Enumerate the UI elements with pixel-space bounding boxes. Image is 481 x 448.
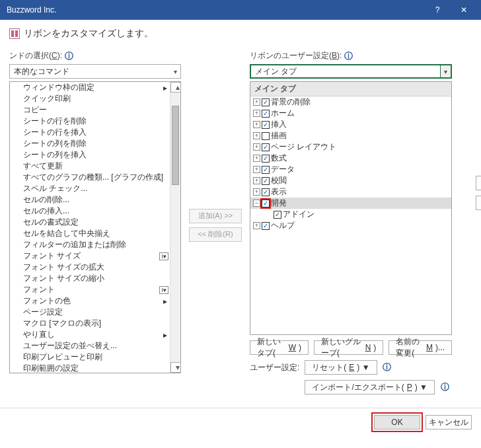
checkbox[interactable] bbox=[262, 110, 270, 118]
tree-label: 表示 bbox=[271, 186, 287, 198]
checkbox[interactable] bbox=[262, 155, 270, 163]
expand-icon[interactable]: + bbox=[253, 166, 260, 173]
ribbon-combo-text: メイン タブ bbox=[255, 66, 297, 77]
checkbox[interactable] bbox=[262, 121, 270, 129]
new-tab-button[interactable]: 新しいタブ(W) bbox=[250, 340, 309, 355]
list-item[interactable]: フォントの色▸ bbox=[10, 295, 170, 307]
tree-row[interactable]: +データ bbox=[250, 164, 451, 175]
tree-row[interactable]: −開発 bbox=[250, 198, 451, 209]
list-item[interactable]: シートの行を削除 bbox=[10, 116, 170, 127]
commands-listbox[interactable]: ウィンドウ枠の固定▸クイック印刷コピーシートの行を削除シートの行を挿入シートの列… bbox=[9, 81, 181, 373]
expand-icon[interactable]: + bbox=[253, 98, 260, 106]
checkbox[interactable] bbox=[262, 143, 270, 151]
expand-icon[interactable]: + bbox=[253, 222, 260, 229]
command-icon bbox=[11, 94, 20, 104]
ok-button[interactable]: OK bbox=[374, 415, 420, 429]
new-group-button[interactable]: 新しいグループ(N) bbox=[314, 340, 383, 355]
list-item[interactable]: スペル チェック... bbox=[10, 183, 170, 194]
expand-icon[interactable]: + bbox=[253, 155, 260, 162]
list-item[interactable]: ユーザー設定の並べ替え... bbox=[10, 340, 170, 352]
list-item[interactable]: フォント サイズI▾ bbox=[10, 250, 170, 262]
list-item[interactable]: セルの挿入... bbox=[10, 205, 170, 217]
ribbon-combo[interactable]: メイン タブ bbox=[250, 64, 452, 79]
commands-combo[interactable]: 本的なコマンド bbox=[9, 64, 181, 79]
command-icon bbox=[11, 83, 20, 93]
expand-icon[interactable]: + bbox=[253, 188, 260, 196]
submenu-arrow-icon: ▸ bbox=[163, 330, 168, 340]
command-icon bbox=[11, 207, 20, 216]
tree-label: ヘルプ bbox=[271, 220, 295, 231]
heading-text: リボンをカスタマイズします。 bbox=[24, 28, 153, 40]
tree-row[interactable]: +挿入 bbox=[250, 119, 451, 130]
checkbox[interactable] bbox=[262, 200, 270, 207]
tree-row[interactable]: +校閲 bbox=[250, 175, 451, 186]
tree-row[interactable]: +表示 bbox=[250, 186, 451, 198]
list-item[interactable]: 印刷プレビューと印刷 bbox=[10, 352, 170, 363]
tree-row[interactable]: +数式 bbox=[250, 153, 451, 164]
reset-label: ユーザー設定: bbox=[250, 362, 299, 373]
checkbox[interactable] bbox=[262, 188, 270, 196]
remove-button[interactable]: << 削除(R) bbox=[189, 227, 242, 242]
tree-row[interactable]: +描画 bbox=[250, 130, 451, 141]
expand-icon[interactable]: + bbox=[253, 177, 260, 184]
scroll-up[interactable]: ▴ bbox=[170, 82, 181, 93]
scroll-down[interactable]: ▾ bbox=[170, 362, 181, 373]
rename-button[interactable]: 名前の変更(M)... bbox=[388, 340, 452, 355]
close-button[interactable]: ✕ bbox=[451, 0, 477, 20]
info-icon[interactable] bbox=[64, 52, 73, 61]
list-item[interactable]: すべて更新 bbox=[10, 161, 170, 172]
tree-row[interactable]: アドイン bbox=[250, 209, 451, 220]
list-item[interactable]: セルの書式設定 bbox=[10, 217, 170, 228]
list-item[interactable]: クイック印刷 bbox=[10, 93, 170, 104]
tree-row[interactable]: +ページ レイアウト bbox=[250, 141, 451, 153]
info-icon[interactable] bbox=[344, 52, 353, 61]
checkbox[interactable] bbox=[274, 211, 281, 219]
list-item[interactable]: セルの削除... bbox=[10, 194, 170, 205]
ribbon-label: リボンのユーザー設定(B): bbox=[250, 50, 452, 61]
expand-icon[interactable]: + bbox=[253, 121, 260, 128]
tree-row[interactable]: +ホーム bbox=[250, 108, 451, 119]
list-item[interactable]: ページ設定 bbox=[10, 307, 170, 318]
expand-icon[interactable]: + bbox=[253, 132, 260, 139]
add-button[interactable]: 追加(A) >> bbox=[189, 209, 242, 223]
list-item[interactable]: シートの行を挿入 bbox=[10, 127, 170, 138]
checkbox[interactable] bbox=[262, 177, 270, 185]
import-export-button[interactable]: インポート/エクスポート(P) ▼ bbox=[305, 380, 435, 394]
move-up-button[interactable]: ▴ bbox=[476, 176, 481, 190]
tree-row[interactable]: +ヘルプ bbox=[250, 220, 451, 231]
list-item[interactable]: やり直し▸ bbox=[10, 329, 170, 340]
info-icon[interactable] bbox=[383, 363, 392, 372]
checkbox[interactable] bbox=[262, 222, 270, 230]
expand-icon[interactable]: + bbox=[253, 110, 260, 117]
help-button[interactable]: ? bbox=[424, 0, 451, 20]
list-item[interactable]: すべてのグラフの種類... [グラフの作成] bbox=[10, 172, 170, 183]
cancel-button[interactable]: キャンセル bbox=[426, 415, 472, 429]
expand-icon[interactable]: − bbox=[253, 200, 260, 207]
list-item[interactable]: シートの列を挿入 bbox=[10, 149, 170, 161]
list-item[interactable]: マクロ [マクロの表示] bbox=[10, 318, 170, 329]
move-down-button[interactable]: ▾ bbox=[476, 196, 481, 210]
info-icon[interactable] bbox=[440, 383, 449, 392]
scroll-thumb[interactable] bbox=[172, 106, 179, 185]
list-item[interactable]: コピー bbox=[10, 104, 170, 116]
list-item[interactable]: シートの列を削除 bbox=[10, 138, 170, 149]
list-item[interactable]: セルを結合して中央揃え bbox=[10, 228, 170, 239]
list-item[interactable]: ウィンドウ枠の固定▸ bbox=[10, 82, 170, 93]
command-icon bbox=[11, 139, 20, 149]
checkbox[interactable] bbox=[262, 132, 270, 140]
scrollbar[interactable]: ▴ ▾ bbox=[170, 82, 180, 373]
expand-icon[interactable]: + bbox=[253, 143, 260, 151]
list-item[interactable]: フィルターの追加または削除 bbox=[10, 239, 170, 250]
command-icon bbox=[11, 128, 20, 137]
tree-row[interactable]: +背景の削除 bbox=[250, 96, 451, 108]
reset-button[interactable]: リセット(E) ▼ bbox=[305, 360, 377, 375]
ribbon-tree[interactable]: メイン タブ +背景の削除+ホーム+挿入+描画+ページ レイアウト+数式+データ… bbox=[250, 81, 452, 335]
list-item[interactable]: フォントI▾ bbox=[10, 284, 170, 295]
dialog-footer: OK キャンセル bbox=[0, 408, 481, 436]
checkbox[interactable] bbox=[262, 98, 270, 106]
list-item[interactable]: フォント サイズの縮小 bbox=[10, 273, 170, 284]
list-item[interactable]: 印刷範囲の設定 bbox=[10, 363, 170, 373]
list-item[interactable]: フォント サイズの拡大 bbox=[10, 262, 170, 273]
checkbox[interactable] bbox=[262, 166, 270, 174]
window-title: Buzzword Inc. bbox=[7, 5, 424, 15]
